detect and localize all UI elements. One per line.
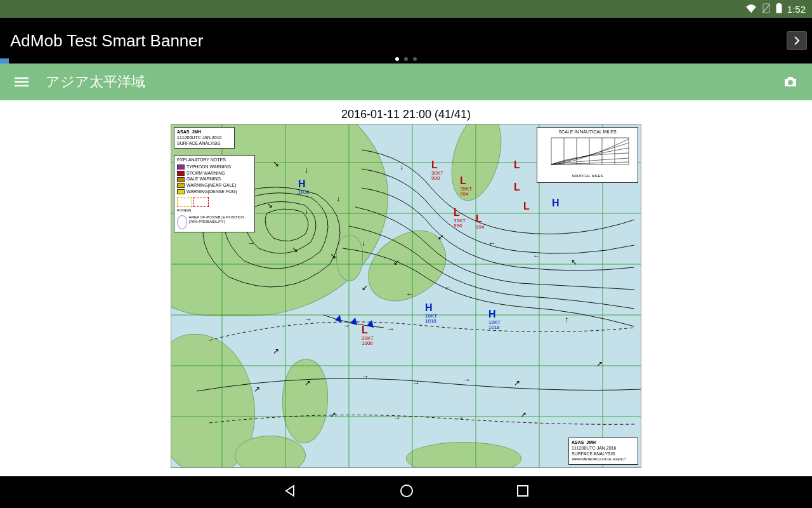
legend-item: TYPHOON WARNING	[177, 164, 252, 170]
camera-icon	[783, 76, 798, 88]
chart-caption: 2016-01-11 21:00 (41/41)	[341, 108, 471, 121]
chevron-right-icon	[793, 36, 801, 45]
legend-item: WARNING(DENSE FOG)	[177, 189, 252, 195]
android-nav-bar	[0, 476, 812, 508]
svg-line-1	[763, 4, 770, 13]
svg-marker-21	[335, 315, 341, 323]
ad-page-dots	[395, 57, 417, 61]
svg-rect-31	[518, 486, 528, 496]
pressure-high: H1038	[298, 178, 310, 195]
svg-rect-3	[778, 3, 780, 4]
hamburger-icon	[15, 77, 29, 87]
pressure-low: L35KT996	[454, 207, 466, 229]
admob-banner[interactable]: AdMob Test Smart Banner	[0, 18, 812, 64]
weather-chart[interactable]: ↘↘ ↓↘ ↓↓ →↘ ↘↓ ↙↙ ←← →→ →↗ ↗↗ →→ →↗ ↗→ →…	[171, 124, 641, 468]
camera-button[interactable]	[780, 72, 801, 92]
square-recents-icon	[516, 484, 530, 498]
back-button[interactable]	[282, 483, 298, 501]
legend-box: EXPLANATORY NOTES TYPHOON WARNINGSTORM W…	[174, 155, 255, 232]
pressure-low: L	[514, 159, 520, 171]
no-sim-icon	[762, 3, 771, 15]
legend-item: WARNING(NEAR GALE)	[177, 183, 252, 189]
pressure-high: H10KT1018	[425, 302, 437, 324]
pressure-low: L994	[476, 213, 484, 230]
ad-next-button[interactable]	[787, 31, 807, 50]
menu-button[interactable]	[11, 72, 32, 92]
scale-box: SCALE IN NAUTICAL MILES NAUTICAL MILES	[537, 127, 638, 183]
legend-item: GALE WARNING	[177, 177, 252, 182]
chart-footer-box: ASAS JMH 111200UTC JAN.2016 SURFACE ANAL…	[568, 438, 638, 465]
legend-heading: EXPLANATORY NOTES	[177, 157, 252, 163]
page-title: アジア太平洋域	[46, 72, 766, 91]
svg-marker-22	[350, 318, 357, 325]
home-button[interactable]	[399, 483, 414, 501]
battery-icon	[776, 3, 782, 15]
android-status-bar: 1:52	[0, 0, 812, 18]
triangle-back-icon	[282, 483, 298, 498]
legend-item: STORM WARNING	[177, 171, 252, 177]
status-time: 1:52	[787, 4, 806, 15]
svg-rect-2	[776, 4, 782, 13]
circle-home-icon	[399, 483, 414, 498]
pressure-low: L30KT998	[431, 159, 443, 181]
pressure-low: L20KT1006	[362, 324, 374, 346]
content-area: 2016-01-11 21:00 (41/41)	[0, 100, 812, 468]
pressure-low: L35KT994	[460, 175, 472, 197]
pressure-low: L	[523, 201, 530, 212]
ad-title: AdMob Test Smart Banner	[10, 31, 203, 51]
pressure-high: H	[552, 197, 560, 209]
app-toolbar: アジア太平洋域	[0, 64, 812, 100]
chart-id-box: ASAS JMH 111200UTC JAN.2016 SURFACE ANAL…	[174, 127, 235, 149]
pressure-high: H10KT1018	[488, 309, 501, 330]
svg-rect-24	[551, 138, 629, 164]
ad-indicator-icon	[0, 58, 9, 64]
wifi-icon	[745, 4, 757, 15]
probability-circle-icon	[177, 215, 187, 229]
svg-point-7	[788, 80, 793, 85]
recents-button[interactable]	[516, 484, 530, 500]
pressure-low: L	[514, 182, 520, 193]
svg-point-30	[401, 485, 412, 497]
